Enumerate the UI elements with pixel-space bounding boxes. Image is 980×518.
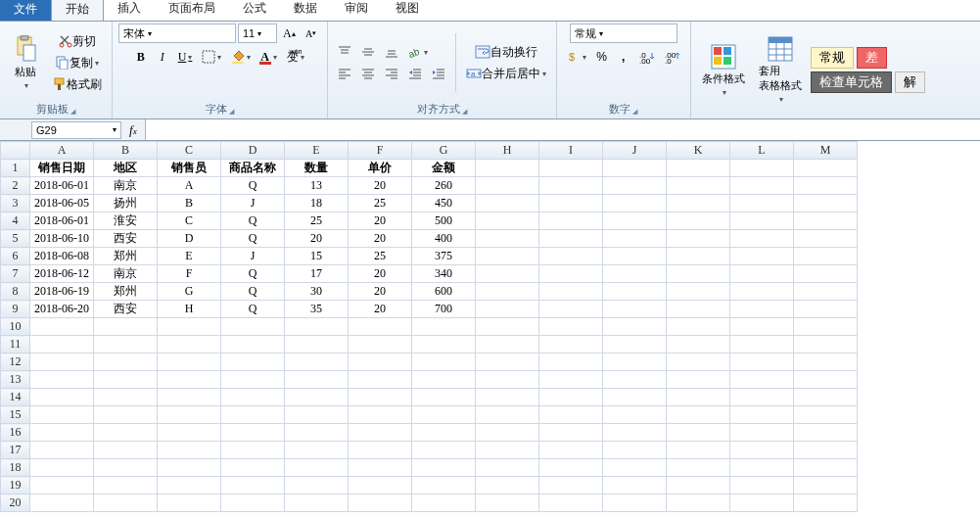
cell-J11[interactable] xyxy=(603,336,667,353)
cell-G3[interactable]: 450 xyxy=(412,195,476,212)
cell-K11[interactable] xyxy=(667,336,730,353)
row-header-13[interactable]: 13 xyxy=(1,371,30,389)
tab-file[interactable]: 文件 xyxy=(0,0,51,21)
cell-I19[interactable] xyxy=(539,477,603,494)
cell-K3[interactable] xyxy=(667,195,730,212)
col-header-M[interactable]: M xyxy=(794,142,858,160)
decrease-indent-button[interactable] xyxy=(404,64,426,83)
row-header-4[interactable]: 4 xyxy=(1,212,30,230)
cell-G15[interactable] xyxy=(412,406,476,424)
cell-I2[interactable] xyxy=(539,177,603,195)
cell-C19[interactable] xyxy=(158,477,221,494)
cell-C20[interactable] xyxy=(158,494,221,512)
cell-F1[interactable]: 单价 xyxy=(349,160,412,177)
cell-G2[interactable]: 260 xyxy=(412,177,476,195)
name-box[interactable]: G29▾ xyxy=(31,121,121,139)
cell-K10[interactable] xyxy=(667,318,730,336)
align-right-button[interactable] xyxy=(381,64,402,83)
cell-J10[interactable] xyxy=(603,318,667,336)
cell-I20[interactable] xyxy=(539,494,603,512)
cell-H20[interactable] xyxy=(476,494,539,512)
row-header-20[interactable]: 20 xyxy=(1,494,30,512)
row-header-5[interactable]: 5 xyxy=(1,230,30,248)
cell-I3[interactable] xyxy=(539,195,603,212)
font-color-button[interactable]: A xyxy=(257,47,281,67)
cell-H17[interactable] xyxy=(476,442,539,459)
cell-E13[interactable] xyxy=(285,371,349,389)
cell-H3[interactable] xyxy=(476,195,539,212)
cell-F7[interactable]: 20 xyxy=(349,265,412,283)
cell-J18[interactable] xyxy=(603,459,667,477)
cell-E3[interactable]: 18 xyxy=(285,195,349,212)
tab-1[interactable]: 插入 xyxy=(104,0,155,21)
cell-B19[interactable] xyxy=(94,477,158,494)
cell-A6[interactable]: 2018-06-08 xyxy=(30,248,94,265)
cell-E19[interactable] xyxy=(285,477,349,494)
cell-B9[interactable]: 西安 xyxy=(94,301,158,318)
cell-I18[interactable] xyxy=(539,459,603,477)
col-header-D[interactable]: D xyxy=(221,142,285,160)
cell-F11[interactable] xyxy=(349,336,412,353)
cell-A2[interactable]: 2018-06-01 xyxy=(30,177,94,195)
cell-I4[interactable] xyxy=(539,212,603,230)
cell-style-explain[interactable]: 解 xyxy=(895,71,925,93)
cell-M19[interactable] xyxy=(794,477,858,494)
cell-A1[interactable]: 销售日期 xyxy=(30,160,94,177)
cell-D11[interactable] xyxy=(221,336,285,353)
cell-H11[interactable] xyxy=(476,336,539,353)
cell-B7[interactable]: 南京 xyxy=(94,265,158,283)
cell-M18[interactable] xyxy=(794,459,858,477)
cell-E16[interactable] xyxy=(285,424,349,442)
col-header-C[interactable]: C xyxy=(158,142,221,160)
col-header-A[interactable]: A xyxy=(30,142,94,160)
col-header-I[interactable]: I xyxy=(539,142,603,160)
cell-H12[interactable] xyxy=(476,353,539,371)
cell-H4[interactable] xyxy=(476,212,539,230)
cell-K4[interactable] xyxy=(667,212,730,230)
cell-E18[interactable] xyxy=(285,459,349,477)
cell-I5[interactable] xyxy=(539,230,603,248)
cell-I1[interactable] xyxy=(539,160,603,177)
align-middle-button[interactable] xyxy=(357,42,379,62)
cell-E9[interactable]: 35 xyxy=(285,301,349,318)
cell-F18[interactable] xyxy=(349,459,412,477)
cell-C10[interactable] xyxy=(158,318,221,336)
cell-D10[interactable] xyxy=(221,318,285,336)
cell-L10[interactable] xyxy=(730,318,794,336)
cell-L17[interactable] xyxy=(730,442,794,459)
cell-L3[interactable] xyxy=(730,195,794,212)
cell-D20[interactable] xyxy=(221,494,285,512)
cell-B17[interactable] xyxy=(94,442,158,459)
cell-H1[interactable] xyxy=(476,160,539,177)
cell-F19[interactable] xyxy=(349,477,412,494)
cell-H7[interactable] xyxy=(476,265,539,283)
cell-A11[interactable] xyxy=(30,336,94,353)
cell-L18[interactable] xyxy=(730,459,794,477)
align-top-button[interactable] xyxy=(334,42,355,62)
cell-J1[interactable] xyxy=(603,160,667,177)
cell-D19[interactable] xyxy=(221,477,285,494)
cell-B3[interactable]: 扬州 xyxy=(94,195,158,212)
cell-I15[interactable] xyxy=(539,406,603,424)
row-header-11[interactable]: 11 xyxy=(1,336,30,353)
cell-G14[interactable] xyxy=(412,389,476,406)
cell-L9[interactable] xyxy=(730,301,794,318)
cell-A14[interactable] xyxy=(30,389,94,406)
cell-D18[interactable] xyxy=(221,459,285,477)
cell-B6[interactable]: 郑州 xyxy=(94,248,158,265)
cell-A15[interactable] xyxy=(30,406,94,424)
row-header-8[interactable]: 8 xyxy=(1,283,30,301)
cell-M5[interactable] xyxy=(794,230,858,248)
cell-L1[interactable] xyxy=(730,160,794,177)
cell-B15[interactable] xyxy=(94,406,158,424)
cell-D3[interactable]: J xyxy=(221,195,285,212)
cell-K6[interactable] xyxy=(667,248,730,265)
cell-G8[interactable]: 600 xyxy=(412,283,476,301)
cell-F12[interactable] xyxy=(349,353,412,371)
cell-H16[interactable] xyxy=(476,424,539,442)
cell-E17[interactable] xyxy=(285,442,349,459)
cell-F4[interactable]: 20 xyxy=(349,212,412,230)
cell-L20[interactable] xyxy=(730,494,794,512)
cell-A9[interactable]: 2018-06-20 xyxy=(30,301,94,318)
cell-D4[interactable]: Q xyxy=(221,212,285,230)
